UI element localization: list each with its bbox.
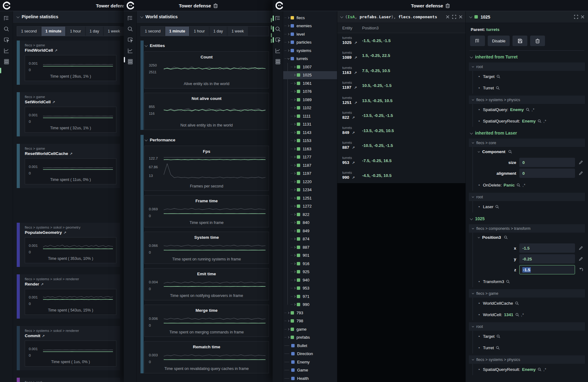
chevron-right-icon[interactable] <box>293 123 296 125</box>
chart-icon[interactable] <box>127 47 134 54</box>
tree-item-systems[interactable]: systems <box>283 46 337 55</box>
chevron-right-icon[interactable] <box>293 164 296 166</box>
tree-item-1272[interactable]: 1272 <box>283 202 337 211</box>
magnifier-icon[interactable] <box>517 183 521 187</box>
chevron-down-icon[interactable] <box>288 58 290 60</box>
tree-item-901[interactable]: 901 <box>283 251 337 260</box>
tree-item-Bullet[interactable]: Bullet <box>283 341 337 350</box>
tree-item-849[interactable]: 849 <box>283 227 337 235</box>
tree-item-1061[interactable]: 1061 <box>283 79 337 88</box>
pencil-icon[interactable] <box>578 171 584 175</box>
chevron-right-icon[interactable] <box>293 189 296 191</box>
timeframe-button-1-minute[interactable]: 1 minute <box>165 27 189 36</box>
search-icon[interactable] <box>275 26 281 32</box>
tree-item-game[interactable]: game <box>283 325 337 333</box>
magnifier-icon[interactable] <box>538 367 542 371</box>
tree-item-916[interactable]: 916 <box>283 260 337 268</box>
tree-item-990[interactable]: 990 <box>283 301 337 309</box>
magnifier-icon[interactable] <box>515 301 519 305</box>
chevron-right-icon[interactable] <box>287 320 289 322</box>
chevron-right-icon[interactable] <box>287 336 289 338</box>
chevron-right-icon[interactable] <box>293 139 296 142</box>
entity-tree[interactable]: flecsenemieslevelparticlessystemsturrets… <box>283 11 337 382</box>
select-icon[interactable] <box>3 36 10 43</box>
chevron-down-icon[interactable] <box>340 15 343 18</box>
chevron-right-icon[interactable] <box>293 197 296 199</box>
trash-icon[interactable] <box>214 3 218 8</box>
system-name-link[interactable]: Commit↗ <box>25 333 116 338</box>
tree-item-940[interactable]: 940 <box>283 276 337 284</box>
tree-item-1089[interactable]: 1089 <box>283 96 337 104</box>
tree-item-Direction[interactable]: Direction <box>283 350 337 358</box>
field-input-x[interactable]: -1.5 <box>519 243 575 253</box>
tree-item-1220[interactable]: 1220 <box>283 178 337 186</box>
clear-query-icon[interactable] <box>446 15 449 19</box>
section-header[interactable]: Entities <box>144 41 269 51</box>
query-result-row[interactable]: turrets 1025 ↗ -1.5, -0.25, -1.5 <box>337 33 465 48</box>
select-icon[interactable] <box>127 36 134 43</box>
entity-id-link[interactable]: 1025 ↗ <box>342 40 362 45</box>
inherit-header[interactable]: inherited from Turret <box>470 54 584 59</box>
magnifier-icon[interactable] <box>538 119 542 123</box>
component-item-Target[interactable]: •Target <box>473 331 584 342</box>
component-item-Laser[interactable]: •Laser <box>473 201 584 212</box>
pipeline-panel-header[interactable]: Pipeline statistics <box>13 11 124 23</box>
inherit-header[interactable]: inherited from Laser <box>470 131 584 135</box>
chevron-right-icon[interactable] <box>293 246 296 248</box>
tree-icon[interactable] <box>275 15 281 22</box>
tree-item-840[interactable]: 840 <box>283 219 337 227</box>
inspector-body[interactable]: Parent: turrets Disable inherited from T… <box>466 23 588 382</box>
timeframe-button-1-hour[interactable]: 1 hour <box>190 27 209 36</box>
tree-item-1102[interactable]: 1102 <box>283 104 337 112</box>
chevron-right-icon[interactable] <box>293 271 296 273</box>
pencil-icon[interactable] <box>578 257 584 261</box>
component-item-Transform3[interactable]: •Transform3 <box>473 276 584 287</box>
chart-icon[interactable] <box>3 47 10 54</box>
tree-item-Game[interactable]: Game <box>283 366 337 375</box>
entity-id-link[interactable]: 1089 ↗ <box>342 55 362 60</box>
component-item-SpatialQueryResult[interactable]: •SpatialQueryResult:Enemy,* <box>473 364 584 375</box>
chevron-right-icon[interactable] <box>293 263 296 265</box>
chevron-right-icon[interactable] <box>287 25 289 27</box>
stats-icon[interactable] <box>3 58 10 65</box>
component-expandable-Position3[interactable]: Position3 <box>473 233 584 242</box>
tree-item-1234[interactable]: 1234 <box>283 186 337 194</box>
tree-icon[interactable] <box>3 15 10 22</box>
stats-icon[interactable] <box>275 58 281 65</box>
expand-icon[interactable] <box>452 15 456 19</box>
tree-item-971[interactable]: 971 <box>283 292 337 301</box>
timeframe-button-1-second[interactable]: 1 second <box>141 27 165 36</box>
tree-item-Enemy[interactable]: Enemy <box>283 358 337 366</box>
close-icon[interactable] <box>459 15 462 19</box>
chevron-right-icon[interactable] <box>293 99 296 101</box>
timeframe-button-1-week[interactable]: 1 week <box>104 27 124 36</box>
component-scope-row[interactable]: flecs > core <box>469 139 585 147</box>
component-item-Turret[interactable]: •Turret <box>473 342 584 354</box>
tree-view-button[interactable] <box>470 36 485 46</box>
query-result-row[interactable]: turrets 1197 ↗ 10.5, -0.25, -1.5 <box>337 78 465 93</box>
chevron-right-icon[interactable] <box>293 213 296 216</box>
magnifier-icon[interactable] <box>496 75 500 79</box>
component-scope-row[interactable]: root <box>469 322 585 331</box>
component-item-SpatialQuery[interactable]: •SpatialQuery:Enemy,* <box>473 104 584 115</box>
tree-item-887[interactable]: 887 <box>283 243 337 251</box>
entity-id-link[interactable]: 990 ↗ <box>342 175 362 180</box>
chevron-right-icon[interactable] <box>293 82 296 84</box>
magnifier-icon[interactable] <box>496 346 500 350</box>
chevron-right-icon[interactable] <box>287 328 289 330</box>
tree-item-1197[interactable]: 1197 <box>283 170 337 178</box>
tree-item-1187[interactable]: 1187 <box>283 161 337 170</box>
magnifier-icon[interactable] <box>496 334 500 338</box>
field-input-size[interactable]: 0 <box>519 158 575 167</box>
search-icon[interactable] <box>127 26 134 32</box>
entity-id-link[interactable]: 953 ↗ <box>342 160 362 165</box>
delete-button[interactable] <box>530 36 545 46</box>
chevron-right-icon[interactable] <box>287 33 289 35</box>
component-scope-row[interactable]: flecs > game <box>469 289 585 298</box>
chevron-right-icon[interactable] <box>293 205 296 207</box>
parent-value[interactable]: turrets <box>486 27 499 32</box>
chevron-right-icon[interactable] <box>293 254 296 256</box>
entity-id-link[interactable]: 887 ↗ <box>342 145 362 150</box>
component-item-WorldCell[interactable]: •WorldCell:1341,* <box>473 309 584 320</box>
tree-item-1025[interactable]: 1025 <box>283 71 337 79</box>
